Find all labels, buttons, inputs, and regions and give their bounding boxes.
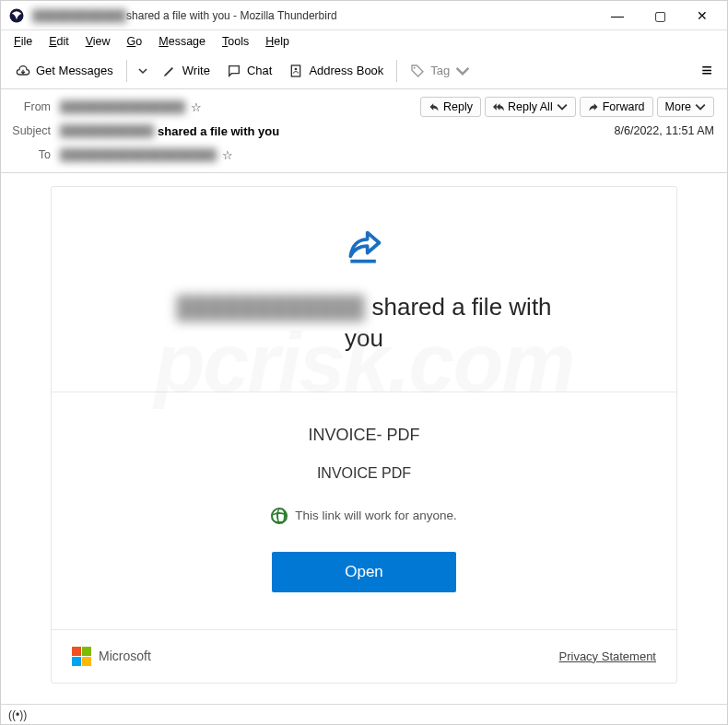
forward-button[interactable]: Forward: [580, 97, 653, 117]
menu-edit[interactable]: Edit: [41, 33, 76, 50]
menu-file[interactable]: File: [6, 33, 40, 50]
headline-sender-redacted: ████████████: [176, 293, 364, 322]
link-info-text: This link will work for anyone.: [295, 509, 457, 522]
share-arrow-icon: [344, 228, 384, 268]
share-card: ████████████ shared a file with you INVO…: [51, 186, 677, 684]
app-icon: [8, 7, 25, 24]
chat-icon: [227, 64, 241, 78]
subject-prefix-redacted: ████████████: [60, 124, 154, 137]
svg-point-3: [414, 66, 416, 68]
star-icon[interactable]: ☆: [191, 100, 202, 114]
more-button[interactable]: More: [657, 97, 714, 117]
reply-all-icon: [493, 101, 504, 112]
titlebar: ████████████ shared a file with you - Mo…: [1, 1, 727, 30]
get-messages-button[interactable]: Get Messages: [8, 60, 121, 82]
headline-text-2: you: [345, 323, 383, 355]
separator: [396, 60, 397, 82]
microsoft-logo-icon: [72, 647, 91, 666]
address-book-icon: [288, 64, 303, 78]
chevron-down-icon: [695, 101, 706, 112]
pencil-icon: [162, 64, 177, 78]
star-icon[interactable]: ☆: [222, 148, 233, 162]
to-value-redacted: ████████████████████: [60, 148, 217, 161]
link-info: This link will work for anyone.: [88, 508, 640, 524]
reply-all-button[interactable]: Reply All: [485, 97, 576, 117]
file-title: INVOICE- PDF: [88, 426, 640, 445]
subject-label: Subject: [8, 124, 60, 137]
headline-text: shared a file with: [371, 292, 551, 323]
minimize-button[interactable]: —: [596, 2, 639, 29]
title-suffix: shared a file with you - Mozilla Thunder…: [126, 9, 337, 22]
svg-rect-1: [292, 65, 300, 76]
message-date: 8/6/2022, 11:51 AM: [615, 124, 714, 137]
reply-icon: [429, 101, 440, 112]
statusbar: ((•)): [1, 704, 727, 724]
window-title: ████████████ shared a file with you - Mo…: [32, 9, 596, 22]
share-headline: ████████████ shared a file with you: [88, 292, 640, 355]
tag-button[interactable]: Tag: [403, 60, 477, 82]
menubar: File Edit View Go Message Tools Help: [1, 30, 727, 53]
from-label: From: [8, 100, 60, 113]
menu-view[interactable]: View: [78, 33, 118, 50]
menu-tools[interactable]: Tools: [215, 33, 256, 50]
chevron-down-icon: [138, 66, 147, 76]
toolbar: Get Messages Write Chat Address Book Tag…: [1, 53, 727, 89]
chevron-down-icon: [455, 64, 470, 78]
download-cloud-icon: [16, 64, 30, 78]
microsoft-label: Microsoft: [99, 649, 151, 663]
menu-help[interactable]: Help: [258, 33, 297, 50]
to-label: To: [8, 148, 60, 161]
separator: [126, 60, 127, 82]
message-body: ████████████ shared a file with you INVO…: [1, 173, 727, 704]
from-value-redacted: ████████████████: [60, 100, 185, 113]
forward-icon: [588, 101, 599, 112]
chevron-down-icon: [557, 101, 568, 112]
globe-icon: [271, 508, 288, 524]
subject-suffix: shared a file with you: [158, 124, 279, 138]
chat-button[interactable]: Chat: [219, 60, 279, 82]
reply-button[interactable]: Reply: [420, 97, 481, 117]
file-subtitle: INVOICE PDF: [88, 465, 640, 482]
open-button[interactable]: Open: [272, 552, 456, 592]
menu-message[interactable]: Message: [151, 33, 213, 50]
message-header: From ████████████████ ☆ Reply Reply All …: [1, 89, 727, 173]
tag-icon: [410, 64, 425, 78]
privacy-link[interactable]: Privacy Statement: [559, 649, 657, 663]
close-button[interactable]: ✕: [681, 2, 723, 29]
title-sender-redacted: ████████████: [32, 9, 126, 22]
address-book-button[interactable]: Address Book: [281, 60, 391, 82]
connection-icon: ((•)): [8, 708, 27, 721]
app-menu-button[interactable]: ≡: [694, 60, 720, 81]
write-button[interactable]: Write: [155, 60, 217, 82]
svg-point-2: [295, 67, 298, 70]
maximize-button[interactable]: ▢: [639, 2, 681, 29]
get-messages-dropdown[interactable]: [133, 59, 153, 83]
menu-go[interactable]: Go: [120, 33, 150, 50]
